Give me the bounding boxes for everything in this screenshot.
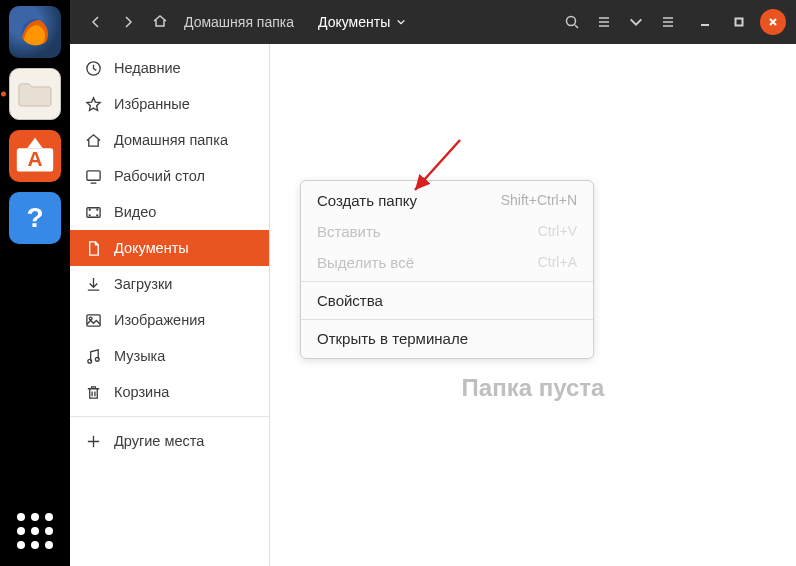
home-icon bbox=[84, 131, 102, 149]
sidebar-item-other-places[interactable]: Другие места bbox=[70, 423, 269, 459]
sidebar-separator bbox=[70, 416, 269, 417]
svg-point-11 bbox=[96, 214, 97, 215]
sidebar-item-desktop[interactable]: Рабочий стол bbox=[70, 158, 269, 194]
ctx-separator bbox=[301, 319, 593, 320]
image-icon bbox=[84, 311, 102, 329]
sidebar-item-pictures[interactable]: Изображения bbox=[70, 302, 269, 338]
svg-point-8 bbox=[89, 209, 90, 210]
ctx-select-all: Выделить всё Ctrl+A bbox=[301, 247, 593, 278]
dock: A ? bbox=[0, 0, 70, 566]
window-minimize-button[interactable] bbox=[692, 9, 718, 35]
sidebar-item-starred[interactable]: Избранные bbox=[70, 86, 269, 122]
nav-forward-button[interactable] bbox=[114, 8, 142, 36]
svg-point-10 bbox=[96, 209, 97, 210]
svg-rect-12 bbox=[86, 314, 99, 325]
empty-folder-label: Папка пуста bbox=[462, 374, 605, 402]
star-icon bbox=[84, 95, 102, 113]
desktop-icon bbox=[84, 167, 102, 185]
sidebar-item-videos[interactable]: Видео bbox=[70, 194, 269, 230]
home-icon bbox=[152, 13, 168, 32]
ctx-separator bbox=[301, 281, 593, 282]
svg-point-9 bbox=[89, 214, 90, 215]
ctx-item-label: Открыть в терминале bbox=[317, 330, 468, 347]
trash-icon bbox=[84, 383, 102, 401]
context-menu: Создать папку Shift+Ctrl+N Вставить Ctrl… bbox=[300, 180, 594, 359]
breadcrumb-current-label: Документы bbox=[318, 14, 390, 30]
sidebar-item-label: Изображения bbox=[114, 312, 205, 328]
svg-point-14 bbox=[87, 359, 91, 363]
dock-item-software[interactable]: A bbox=[9, 130, 61, 182]
svg-rect-4 bbox=[736, 19, 743, 26]
breadcrumb: Домашняя папка Документы bbox=[152, 10, 414, 34]
sidebar-item-music[interactable]: Музыка bbox=[70, 338, 269, 374]
ctx-item-label: Вставить bbox=[317, 223, 381, 240]
ctx-new-folder[interactable]: Создать папку Shift+Ctrl+N bbox=[301, 185, 593, 216]
sidebar-item-label: Видео bbox=[114, 204, 156, 220]
dock-item-firefox[interactable] bbox=[9, 6, 61, 58]
sidebar-item-label: Домашняя папка bbox=[114, 132, 228, 148]
music-icon bbox=[84, 347, 102, 365]
sidebar-item-home[interactable]: Домашняя папка bbox=[70, 122, 269, 158]
sidebar-item-trash[interactable]: Корзина bbox=[70, 374, 269, 410]
ctx-paste: Вставить Ctrl+V bbox=[301, 216, 593, 247]
documents-icon bbox=[84, 239, 102, 257]
ctx-properties[interactable]: Свойства bbox=[301, 285, 593, 316]
svg-point-15 bbox=[95, 357, 99, 361]
hamburger-menu-button[interactable] bbox=[654, 8, 682, 36]
sidebar-item-label: Рабочий стол bbox=[114, 168, 205, 184]
search-button[interactable] bbox=[558, 8, 586, 36]
dock-item-files[interactable] bbox=[9, 68, 61, 120]
dock-item-help[interactable]: ? bbox=[9, 192, 61, 244]
titlebar: Домашняя папка Документы bbox=[70, 0, 796, 44]
ctx-item-label: Свойства bbox=[317, 292, 383, 309]
download-icon bbox=[84, 275, 102, 293]
view-dropdown-button[interactable] bbox=[622, 8, 650, 36]
plus-icon bbox=[84, 432, 102, 450]
sidebar-item-label: Избранные bbox=[114, 96, 190, 112]
sidebar-item-label: Недавние bbox=[114, 60, 181, 76]
sidebar-item-label: Музыка bbox=[114, 348, 165, 364]
ctx-item-label: Создать папку bbox=[317, 192, 417, 209]
window-close-button[interactable] bbox=[760, 9, 786, 35]
ctx-open-terminal[interactable]: Открыть в терминале bbox=[301, 323, 593, 354]
ctx-item-accel: Ctrl+V bbox=[538, 223, 577, 240]
dock-show-apps[interactable] bbox=[14, 510, 56, 552]
ctx-item-accel: Ctrl+A bbox=[538, 254, 577, 271]
svg-text:A: A bbox=[27, 147, 42, 170]
view-list-button[interactable] bbox=[590, 8, 618, 36]
window-maximize-button[interactable] bbox=[726, 9, 752, 35]
sidebar-item-documents[interactable]: Документы bbox=[70, 230, 269, 266]
sidebar-item-recent[interactable]: Недавние bbox=[70, 50, 269, 86]
sidebar-item-label: Корзина bbox=[114, 384, 169, 400]
chevron-down-icon bbox=[396, 17, 406, 27]
video-icon bbox=[84, 203, 102, 221]
svg-rect-6 bbox=[86, 170, 99, 179]
svg-point-3 bbox=[567, 17, 576, 26]
sidebar-item-label: Документы bbox=[114, 240, 189, 256]
sidebar-item-label: Загрузки bbox=[114, 276, 172, 292]
sidebar-item-downloads[interactable]: Загрузки bbox=[70, 266, 269, 302]
sidebar-item-label: Другие места bbox=[114, 433, 204, 449]
ctx-item-label: Выделить всё bbox=[317, 254, 414, 271]
sidebar: Недавние Избранные Домашняя папка Рабочи… bbox=[70, 44, 270, 566]
nav-back-button[interactable] bbox=[82, 8, 110, 36]
ctx-item-accel: Shift+Ctrl+N bbox=[501, 192, 577, 209]
breadcrumb-segment-home[interactable]: Домашняя папка bbox=[176, 10, 302, 34]
clock-icon bbox=[84, 59, 102, 77]
breadcrumb-segment-current[interactable]: Документы bbox=[310, 10, 414, 34]
